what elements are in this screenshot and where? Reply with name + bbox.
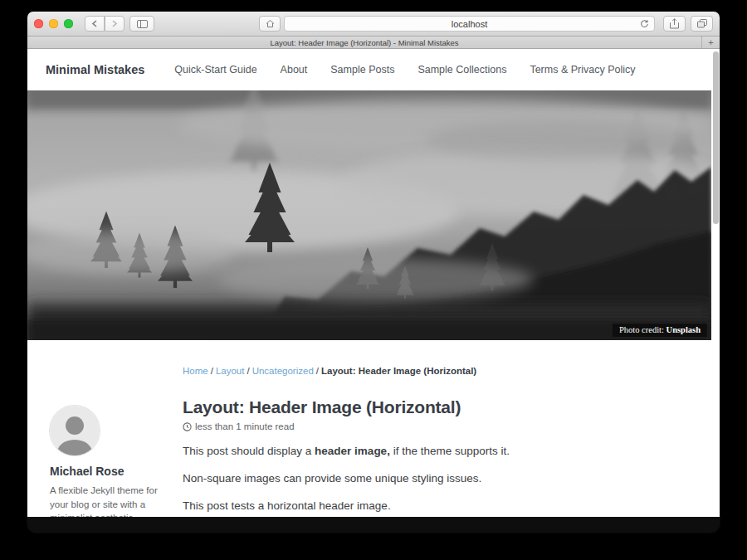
breadcrumb-link-layout[interactable]: Layout [216, 366, 245, 376]
author-avatar-placeholder-icon [50, 406, 100, 455]
tab-bar: Layout: Header Image (Horizontal) - Mini… [27, 37, 720, 49]
sidebar-toggle-button[interactable] [129, 16, 154, 32]
zoom-window-button[interactable] [64, 19, 73, 28]
avatar [50, 406, 100, 455]
url-text: localhost [452, 19, 487, 29]
post-title: Layout: Header Image (Horizontal) [183, 397, 678, 417]
photo-credit-caption: Photo credit: Unsplash [613, 324, 707, 337]
chevron-right-icon [111, 20, 118, 27]
vertical-scrollbar-thumb[interactable] [713, 51, 719, 224]
tabs-overview-icon [697, 19, 707, 28]
paragraph: This post tests a horizontal header imag… [183, 498, 678, 514]
site-masthead: Minimal Mistakes Quick-Start Guide About… [27, 49, 711, 90]
author-name: Michael Rose [50, 465, 183, 478]
nav-item-sample-posts[interactable]: Sample Posts [330, 64, 394, 75]
nav-item-terms-privacy[interactable]: Terms & Privacy Policy [530, 64, 635, 75]
browser-toolbar: localhost [27, 12, 720, 37]
share-button[interactable] [663, 16, 686, 32]
author-bio: A flexible Jekyll theme for your blog or… [50, 484, 168, 517]
breadcrumb-separator: / [316, 366, 319, 376]
page-content: Minimal Mistakes Quick-Start Guide About… [27, 49, 720, 517]
article-column: Home/Layout/Uncategorized/Layout: Header… [183, 340, 711, 517]
clock-icon [183, 422, 192, 431]
breadcrumb-current: Layout: Header Image (Horizontal) [321, 366, 476, 376]
minimize-window-button[interactable] [49, 19, 58, 28]
read-time: less than 1 minute read [195, 421, 295, 431]
chevron-left-icon [91, 20, 98, 27]
back-button[interactable] [85, 16, 105, 32]
paragraph: This post should display a header image,… [183, 443, 678, 460]
photo-credit-source-link[interactable]: Unsplash [666, 325, 701, 334]
browser-window: localhost Layout: Header Image (Horizont… [27, 12, 720, 533]
active-tab[interactable]: Layout: Header Image (Horizontal) - Mini… [27, 37, 701, 49]
window-controls [34, 19, 73, 28]
site-nav: Quick-Start Guide About Sample Posts Sam… [174, 64, 635, 75]
breadcrumb: Home/Layout/Uncategorized/Layout: Header… [183, 366, 678, 376]
main-area: Michael Rose A flexible Jekyll theme for… [27, 340, 711, 517]
nav-item-quick-start-guide[interactable]: Quick-Start Guide [174, 64, 256, 75]
nav-item-sample-collections[interactable]: Sample Collections [417, 64, 506, 75]
reload-button[interactable] [640, 19, 649, 29]
foggy-forest-photo [27, 90, 711, 340]
home-icon [266, 19, 275, 28]
sidebar-icon [137, 20, 148, 28]
window-bottom-area [27, 517, 720, 533]
reload-icon [640, 19, 649, 29]
breadcrumb-separator: / [211, 366, 213, 376]
breadcrumb-separator: / [247, 366, 249, 376]
breadcrumb-link-home[interactable]: Home [183, 366, 208, 376]
post-body: This post should display a header image,… [183, 443, 678, 514]
author-sidebar: Michael Rose A flexible Jekyll theme for… [27, 340, 183, 517]
breadcrumb-link-uncategorized[interactable]: Uncategorized [252, 366, 314, 376]
site-title-link[interactable]: Minimal Mistakes [46, 63, 144, 76]
close-window-button[interactable] [34, 19, 43, 28]
forward-button[interactable] [105, 16, 124, 32]
nav-item-about[interactable]: About [281, 64, 308, 75]
address-bar[interactable]: localhost [284, 16, 655, 32]
post-meta: less than 1 minute read [183, 421, 678, 431]
share-icon [670, 18, 679, 29]
paragraph: Non-square images can provide some uniqu… [183, 470, 678, 487]
home-button[interactable] [259, 16, 281, 32]
new-tab-button[interactable]: + [701, 37, 720, 48]
show-all-tabs-button[interactable] [691, 16, 713, 32]
header-image: Photo credit: Unsplash [27, 90, 711, 340]
